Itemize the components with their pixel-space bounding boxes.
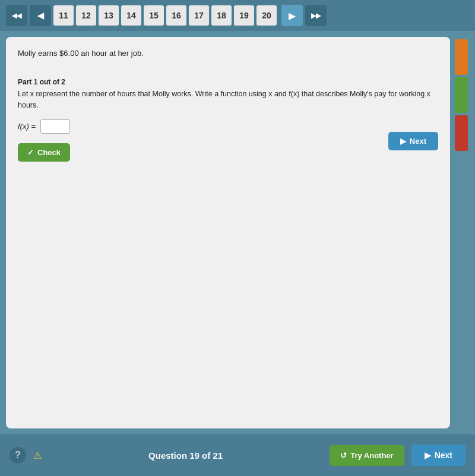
question-text: Let x represent the number of hours that… <box>18 89 438 111</box>
question-card: Molly earns $6.00 an hour at her job. Pa… <box>6 37 450 428</box>
left-icon: ◀ <box>37 11 44 20</box>
function-row: f(x) = <box>18 119 438 134</box>
sidebar-tab-green[interactable] <box>455 77 468 113</box>
action-row: ✓ Check <box>18 143 438 162</box>
sidebar-tab-orange[interactable] <box>455 39 468 75</box>
function-input[interactable] <box>40 119 70 134</box>
page-14-button[interactable]: 14 <box>121 5 141 26</box>
page-17-button[interactable]: 17 <box>189 5 209 26</box>
left-button[interactable]: ◀ <box>30 5 51 26</box>
bottom-bar: ? ⚠ Question 19 of 21 ↺ Try Another ▶ Ne… <box>0 434 475 476</box>
question-counter: Question 19 of 21 <box>49 450 322 461</box>
check-label: Check <box>37 148 61 157</box>
page-15-button[interactable]: 15 <box>144 5 164 26</box>
page-13-button[interactable]: 13 <box>99 5 119 26</box>
top-navigation: ◀◀ ◀ 11 12 13 14 15 16 17 18 19 20 ▶ ▶▶ <box>0 0 475 31</box>
help-button[interactable]: ? <box>10 447 26 464</box>
check-button[interactable]: ✓ Check <box>18 143 70 162</box>
next-inline-arrow-icon: ▶ <box>400 137 406 146</box>
double-right-button[interactable]: ▶▶ <box>305 5 327 26</box>
page-19-button[interactable]: 19 <box>234 5 254 26</box>
next-bottom-button[interactable]: ▶ Next <box>411 445 466 466</box>
try-another-button[interactable]: ↺ Try Another <box>330 445 404 466</box>
right-arrow-icon: ▶ <box>289 10 296 21</box>
sidebar-tab-red[interactable] <box>455 115 468 151</box>
right-button[interactable]: ▶ <box>281 5 303 26</box>
main-area: Molly earns $6.00 an hour at her job. Pa… <box>0 31 475 434</box>
next-bottom-arrow-icon: ▶ <box>425 450 431 460</box>
next-inline-button[interactable]: ▶ Next <box>388 132 438 150</box>
function-label: f(x) = <box>18 122 36 131</box>
next-bottom-label: Next <box>435 450 452 460</box>
page-16-button[interactable]: 16 <box>166 5 186 26</box>
page-12-button[interactable]: 12 <box>76 5 96 26</box>
page-11-button[interactable]: 11 <box>53 5 74 26</box>
part-label: Part 1 out of 2 <box>18 78 438 86</box>
question-intro: Molly earns $6.00 an hour at her job. <box>18 49 438 58</box>
double-left-icon: ◀◀ <box>12 12 21 20</box>
check-icon: ✓ <box>27 148 34 157</box>
page-18-button[interactable]: 18 <box>211 5 232 26</box>
try-another-icon: ↺ <box>340 451 347 460</box>
next-inline-label: Next <box>410 137 426 146</box>
warning-button[interactable]: ⚠ <box>33 450 42 461</box>
try-another-label: Try Another <box>350 451 393 460</box>
double-right-icon: ▶▶ <box>311 12 321 20</box>
page-20-button[interactable]: 20 <box>256 5 277 26</box>
right-sidebar <box>455 37 469 428</box>
double-left-button[interactable]: ◀◀ <box>6 5 27 26</box>
